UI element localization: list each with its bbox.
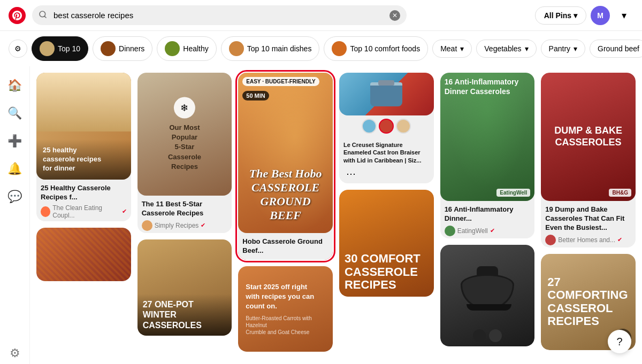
pin3-badge-time: 50 MIN <box>242 91 269 100</box>
pin4-title: Le Creuset Signature Enameled Cast Iron … <box>343 141 430 164</box>
pin2-info: The 11 Best 5-Star Casserole Recipes Sim… <box>137 196 232 233</box>
pin-card-8[interactable]: 27 ONE-POTWINTERCASSEROLES <box>137 239 232 336</box>
pin-card-11[interactable] <box>440 245 535 346</box>
pin3-title: Hobo Casserole Ground Beef... <box>242 237 328 255</box>
pin5-info: 16 Anti-Inflammatory Dinner... EatingWel… <box>440 201 535 238</box>
pin1-verified: ✔ <box>122 208 127 215</box>
search-bar: ✕ <box>32 5 407 25</box>
pin6-info: 19 Dump and Bake Casseroles That Can Fit… <box>541 201 636 247</box>
filter-settings-button[interactable]: ⚙ <box>9 40 27 58</box>
pin6-source-badge: BH&G <box>609 189 631 197</box>
filter-top10-img <box>40 41 55 56</box>
pin5-overlay-text: 16 Anti-InflammatoryDinner Casseroles <box>445 77 531 96</box>
pin3-badge-label: EASY · BUDGET-FRIENDLY <box>242 77 319 86</box>
avatar[interactable]: M <box>591 6 610 25</box>
sidebar-item-notifications[interactable]: 🔔 <box>2 156 28 182</box>
pin-card-3[interactable]: EASY · BUDGET-FRIENDLY 50 MIN The Best H… <box>238 73 333 260</box>
search-clear-button[interactable]: ✕ <box>389 10 400 21</box>
pin10-overlay-text: 30 COMFORTCASSEROLERECIPES <box>345 252 429 291</box>
filter-top10comfort-img <box>332 41 347 56</box>
pin4-more-button[interactable]: ⋯ <box>343 166 358 181</box>
pin-card-7[interactable] <box>36 228 131 281</box>
pin12-overlay-text: 27COMFORTINGCASSEROLRECIPES <box>547 276 629 328</box>
main-area: 🏠 🔍 ➕ 🔔 💬 ⚙ 25 healthycasserole recipesf… <box>0 66 642 364</box>
pin-card-9[interactable]: Start 2025 off rightwith recipes you can… <box>238 266 333 352</box>
filter-top10comfort[interactable]: Top 10 comfort foods <box>324 36 428 61</box>
pin5-author: EatingWell ✔ <box>445 226 531 236</box>
filter-top10[interactable]: Top 10 <box>32 36 88 61</box>
header-actions: All Pins ▾ M ▾ <box>535 6 633 25</box>
sidebar-item-explore[interactable]: 🔍 <box>2 100 28 126</box>
pin6-author: Better Homes and... ✔ <box>545 235 631 245</box>
pin-card-1[interactable]: 25 healthycasserole recipesfor dinner 25… <box>36 73 131 221</box>
pantry-chevron-icon: ▾ <box>574 44 577 53</box>
pin6-title: 19 Dump and Bake Casseroles That Can Fit… <box>545 205 631 233</box>
filter-dinners-img <box>101 41 116 56</box>
pin2-overlay-text: Our Most Popular5-Star Casserole Recipes <box>168 123 201 172</box>
pin4-info: Le Creuset Signature Enameled Cast Iron … <box>339 137 434 183</box>
pin5-source-badge: EatingWell <box>496 189 530 197</box>
pin2-title: The 11 Best 5-Star Casserole Recipes <box>142 200 228 218</box>
pin-grid-container: 25 healthycasserole recipesfor dinner 25… <box>30 66 642 364</box>
pin9-main-text: Start 2025 off rightwith recipes you can… <box>246 282 325 312</box>
sidebar-item-home[interactable]: 🏠 <box>2 73 28 98</box>
pin1-title: 25 Healthy Casserole Recipes f... <box>41 184 127 202</box>
pin2-author: Simply Recipes ✔ <box>142 220 228 231</box>
filter-pantry[interactable]: Pantry ▾ <box>541 40 585 58</box>
pin6-overlay-text: dump & bakeCASSEROLES <box>554 125 622 148</box>
filter-top10main[interactable]: Top 10 main dishes <box>221 36 320 61</box>
pin8-overlay-text: 27 ONE-POTWINTERCASSEROLES <box>143 299 227 330</box>
help-button[interactable]: ? <box>608 330 631 353</box>
pin-card-2[interactable]: ❄ Our Most Popular5-Star Casserole Recip… <box>137 73 232 233</box>
header: ✕ All Pins ▾ M ▾ <box>0 0 642 31</box>
masonry-grid: 25 healthycasserole recipesfor dinner 25… <box>36 73 636 352</box>
search-input[interactable] <box>32 5 407 25</box>
pin6-verified: ✔ <box>617 236 622 243</box>
filter-settings-icon: ⚙ <box>14 44 21 53</box>
filter-meat[interactable]: Meat ▾ <box>432 40 472 58</box>
filter-bar: ⚙ Top 10 Dinners Healthy Top 10 main dis… <box>0 31 642 66</box>
sidebar: 🏠 🔍 ➕ 🔔 💬 ⚙ <box>0 66 30 364</box>
pin5-verified: ✔ <box>490 227 495 234</box>
filter-top10main-img <box>229 41 244 56</box>
pin4-swatches <box>339 115 434 137</box>
pin3-info: Hobo Casserole Ground Beef... <box>238 233 333 260</box>
filter-groundbeef[interactable]: Ground beef <box>590 40 642 58</box>
search-icon <box>39 10 47 21</box>
filter-dinners[interactable]: Dinners <box>93 36 152 61</box>
pin-card-6[interactable]: dump & bakeCASSEROLES BH&G 19 Dump and B… <box>541 73 636 247</box>
menu-chevron-button[interactable]: ▾ <box>614 6 633 25</box>
sidebar-item-create[interactable]: ➕ <box>2 128 28 154</box>
meat-chevron-icon: ▾ <box>460 44 464 53</box>
pinterest-logo[interactable] <box>9 7 26 24</box>
vegetables-chevron-icon: ▾ <box>525 44 529 53</box>
sidebar-item-settings[interactable]: ⚙ <box>2 340 28 364</box>
pin2-verified: ✔ <box>201 222 205 229</box>
pin5-title: 16 Anti-Inflammatory Dinner... <box>445 205 531 223</box>
pin-card-5[interactable]: EatingWell 16 Anti-InflammatoryDinner Ca… <box>440 73 535 238</box>
filter-vegetables[interactable]: Vegetables ▾ <box>476 40 536 58</box>
pin1-overlay-text: 25 healthycasserole recipesfor dinner <box>43 146 125 173</box>
chevron-down-icon: ▾ <box>574 11 577 20</box>
filter-healthy[interactable]: Healthy <box>157 36 216 61</box>
filter-healthy-img <box>165 41 180 56</box>
pin3-overlay-text: The Best HoboCASSEROLE GROUND BEEF <box>244 167 326 222</box>
sidebar-item-messages[interactable]: 💬 <box>2 184 28 210</box>
pin-card-4[interactable]: Le Creuset Signature Enameled Cast Iron … <box>339 73 434 183</box>
pin1-info: 25 Healthy Casserole Recipes f... The Cl… <box>36 180 131 221</box>
pin1-author: The Clean Eating Coupl... ✔ <box>41 204 127 219</box>
all-pins-button[interactable]: All Pins ▾ <box>535 6 586 25</box>
pin9-sub-text: Butter-Roasted Carrots with HazelnutCrum… <box>246 315 325 336</box>
pin-card-10[interactable]: 30 COMFORTCASSEROLERECIPES <box>339 190 434 297</box>
